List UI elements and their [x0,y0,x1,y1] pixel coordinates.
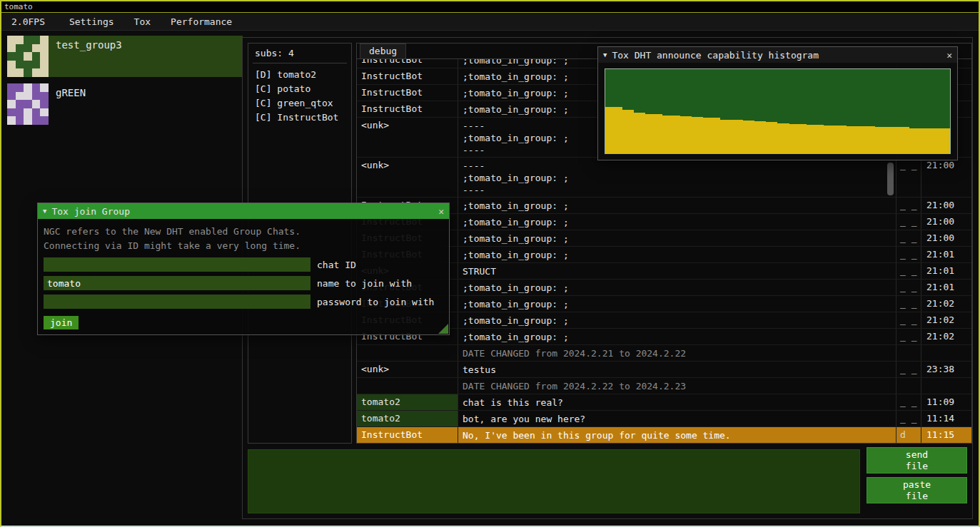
message-status: _ _ [896,329,921,344]
histogram-bar [777,123,783,153]
message-text: ;tomato_in_group: ; [458,296,896,312]
system-message-row[interactable]: DATE CHANGED from 2024.2.22 to 2024.2.23 [357,378,971,394]
message-status: _ _ [896,198,921,213]
contact-item-green[interactable]: gREEN [7,83,243,125]
histogram-bar [875,127,881,153]
message-row[interactable]: InstructBotNo, I've been in this group f… [357,427,971,443]
histogram-bar [933,128,939,153]
join-window-body: NGC refers to the New DHT enabled Group … [38,219,449,329]
histogram-bar [686,116,692,153]
message-text: STRUCT [458,263,896,279]
message-time: 21:01 [921,263,971,279]
message-text: No, I've been in this group for quite so… [458,427,896,443]
member-item[interactable]: [C] InstructBot [255,111,345,125]
histogram-bar [904,127,909,153]
menu-item-performance[interactable]: Performance [161,16,242,27]
join-window-titlebar[interactable]: ▼ Tox join Group ✕ [38,203,449,219]
message-status: _ _ [896,394,921,410]
chat-id-input[interactable] [44,257,310,272]
message-time: 21:01 [921,247,971,262]
message-row[interactable]: <unk>testus_ _23:38 [357,362,971,378]
join-button[interactable]: join [44,316,79,329]
histogram-plot [605,68,951,154]
message-status: _ _ [896,312,921,328]
histogram-bar [909,128,915,153]
collapse-icon[interactable]: ▼ [43,208,46,215]
group-avatar-icon [7,36,49,77]
histogram-bar [881,127,886,153]
histogram-bar [760,121,766,153]
join-password-input[interactable] [44,295,310,309]
chat-id-label: chat ID [317,260,356,270]
histogram-window-titlebar[interactable]: ▼ Tox DHT announce capability histogram … [598,47,957,63]
system-message-row[interactable]: DATE CHANGED from 2024.2.21 to 2024.2.22 [357,345,971,362]
message-row[interactable]: <unk>----;tomato_in_group: ;----_ _21:00 [357,158,971,198]
histogram-bar [939,128,944,153]
sender-name: <unk> [357,118,458,157]
message-text: ;tomato_in_group: ; [458,247,896,262]
histogram-bar [835,126,841,153]
message-input[interactable] [248,449,860,513]
histogram-bar [709,118,714,153]
histogram-bar [829,126,835,153]
histogram-bar [640,113,645,153]
member-item[interactable]: [D] tomato2 [255,68,345,82]
close-icon[interactable]: ✕ [438,206,444,217]
histogram-bar [921,128,927,153]
fps-indicator: 2.0FPS [6,16,51,27]
message-text: ;tomato_in_group: ; [458,230,896,246]
histogram-window: ▼ Tox DHT announce capability histogram … [597,46,958,160]
message-text: ----;tomato_in_group: ;---- [458,158,896,197]
paste-file-button[interactable]: paste file [867,477,967,503]
histogram-bar [662,116,668,153]
message-time: 11:09 [921,394,971,410]
join-name-input[interactable] [44,276,310,290]
message-status: _ _ [896,230,921,246]
message-row[interactable]: tomato2chat is this real?_ _11:09 [357,394,971,411]
collapse-icon[interactable]: ▼ [603,51,607,58]
histogram-bar [628,110,634,153]
message-time: 21:02 [921,329,971,344]
histogram-bar [869,126,875,153]
sender-name: tomato2 [357,411,458,426]
message-time: 21:00 [921,230,971,246]
message-time: 23:38 [921,362,971,377]
histogram-bar [847,126,852,153]
scrollbar-thumb[interactable] [887,163,894,195]
menu-item-settings[interactable]: Settings [59,16,124,27]
histogram-bar [944,128,950,153]
histogram-bar [852,126,858,153]
histogram-bar [749,121,754,153]
message-status: _ _ [896,214,921,230]
message-time: 21:00 [921,214,971,230]
sender-name: tomato2 [357,394,458,410]
histogram-bar [720,120,726,153]
message-time: 21:00 [921,158,971,197]
message-status: _ _ [896,411,921,426]
message-status: d [896,427,921,443]
resize-grip-icon[interactable] [438,324,448,334]
message-text: ;tomato_in_group: ; [458,329,896,344]
message-text: testus [458,362,896,377]
titlebar[interactable]: tomato [1,1,979,13]
send-file-button[interactable]: send file [867,447,967,474]
message-text: DATE CHANGED from 2024.2.21 to 2024.2.22 [458,345,896,361]
histogram-bar [714,118,720,153]
histogram-bar [841,126,847,153]
app-window: tomato 2.0FPS SettingsToxPerformance tes… [0,0,980,527]
histogram-bar [743,121,749,153]
sender-name [357,345,458,361]
message-status [896,345,921,361]
contact-item-test-group3[interactable]: test_group3 [7,36,243,77]
menu-item-tox[interactable]: Tox [124,16,161,27]
histogram-bar [697,117,703,153]
message-time: 11:14 [921,411,971,426]
member-item[interactable]: [C] potato [255,82,345,96]
histogram-bar [916,128,921,153]
message-row[interactable]: tomato2bot, are you new here?_ _11:14 [357,411,971,427]
group-avatar-icon [7,83,49,125]
sender-name: InstructBot [357,68,458,84]
close-icon[interactable]: ✕ [946,50,952,61]
tab-debug[interactable]: debug [360,44,406,58]
member-item[interactable]: [C] green_qtox [255,96,345,111]
